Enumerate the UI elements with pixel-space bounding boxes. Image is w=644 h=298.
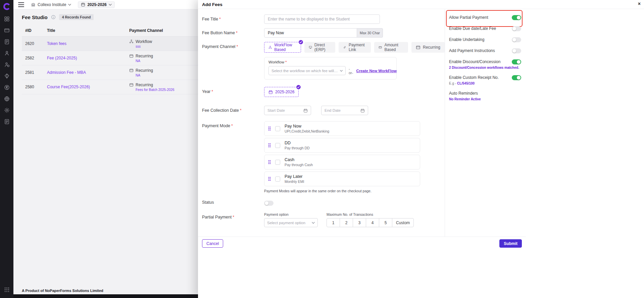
fee-title-label: Fee Title* bbox=[202, 14, 264, 24]
workflow-select[interactable]: Select the workflow on which fee will be… bbox=[268, 66, 346, 75]
year-selector[interactable]: 2025-2026 bbox=[78, 1, 114, 8]
setting-due-date-late-fee: Enable Due date/Late Fee bbox=[449, 26, 521, 32]
mode-checkbox[interactable] bbox=[275, 126, 280, 131]
settings-gear-icon[interactable] bbox=[4, 107, 10, 113]
cancel-button[interactable]: Cancel bbox=[202, 239, 223, 248]
transactions-option-3[interactable]: 3 bbox=[353, 218, 366, 227]
mode-checkbox[interactable] bbox=[275, 177, 280, 182]
setting-payment-instructions: Add Payment Instructions bbox=[449, 48, 521, 54]
fee-title-input[interactable] bbox=[264, 14, 380, 24]
hamburger-menu-icon[interactable] bbox=[18, 2, 24, 7]
calendar-icon bbox=[81, 2, 85, 7]
collexo-logo[interactable] bbox=[3, 2, 11, 11]
kite-icon[interactable] bbox=[4, 73, 10, 79]
channel-type: Recurring bbox=[136, 68, 153, 73]
status-label: Status bbox=[202, 198, 264, 207]
payment-option-select[interactable]: Select payment option bbox=[264, 218, 318, 227]
transactions-option-2[interactable]: 2 bbox=[340, 218, 353, 227]
payment-mode-card: CashPay through Cash bbox=[264, 155, 420, 169]
product-footer-note: A Product of NoPaperForms Solutions Limi… bbox=[22, 289, 103, 293]
submit-button[interactable]: Submit bbox=[499, 239, 522, 248]
fee-id: 2620 bbox=[22, 41, 47, 46]
max-transactions-options: 1 2 3 4 5 Custom bbox=[327, 218, 414, 227]
drawer-header: Add Fees × bbox=[198, 0, 644, 9]
reminder-status: No Reminder Active bbox=[449, 97, 521, 101]
dashboard-icon[interactable] bbox=[4, 16, 10, 22]
fee-title-link[interactable]: Fee (2024-2025) bbox=[47, 56, 77, 60]
or-separator: -or- bbox=[349, 67, 353, 75]
close-icon[interactable]: × bbox=[638, 1, 641, 6]
create-workflow-link[interactable]: Create New WorkFlow bbox=[356, 69, 397, 73]
chevron-down-icon bbox=[312, 222, 315, 224]
fee-title-link[interactable]: Course Fee(2025-2026) bbox=[47, 85, 90, 89]
institute-icon bbox=[31, 2, 36, 7]
student-icon[interactable] bbox=[4, 50, 10, 56]
channel-option-workflow-based[interactable]: WorkFlow Based bbox=[264, 42, 301, 53]
channel-option-payment-link[interactable]: Payment Link bbox=[339, 42, 371, 53]
chevron-down-icon bbox=[340, 70, 343, 72]
status-toggle[interactable] bbox=[264, 201, 274, 206]
drag-handle-icon[interactable] bbox=[268, 126, 271, 131]
fee-button-name-input[interactable] bbox=[264, 28, 357, 38]
transactions-option-1[interactable]: 1 bbox=[327, 218, 340, 227]
counsellor-icon[interactable] bbox=[4, 62, 10, 67]
forms-icon[interactable] bbox=[4, 119, 10, 125]
custom-receipt-toggle[interactable] bbox=[512, 75, 521, 80]
payment-mode-list: Pay NowUPI,Credit,Debit,NetBanking DDPay… bbox=[264, 121, 420, 193]
apps-grid-icon[interactable] bbox=[4, 287, 10, 293]
fee-title-link[interactable]: Admission Fee - MBA bbox=[47, 70, 86, 75]
drag-handle-icon[interactable] bbox=[268, 143, 271, 148]
calendar-icon bbox=[303, 108, 308, 113]
payment-channel-label: Payment Channel* bbox=[202, 42, 264, 53]
erp-icon bbox=[309, 45, 312, 50]
discount-workflows-note: 2 Discount/Concession workflows matched. bbox=[449, 66, 521, 69]
fees-icon[interactable] bbox=[4, 85, 10, 90]
year-chip[interactable]: 2025-2026 bbox=[264, 87, 299, 97]
fee-title-link[interactable]: Token fees bbox=[47, 41, 66, 46]
calendar-icon bbox=[268, 90, 273, 94]
info-icon[interactable] bbox=[51, 15, 56, 19]
transactions-option-custom[interactable]: Custom bbox=[392, 218, 414, 227]
max-transactions-label: Maximum No. of Transactions bbox=[327, 212, 414, 216]
globe-icon[interactable] bbox=[4, 96, 10, 102]
payment-mode-card: DDPay through DD bbox=[264, 138, 420, 153]
sidebar bbox=[0, 0, 13, 298]
drawer-title: Add Fees bbox=[202, 2, 222, 7]
drag-handle-icon[interactable] bbox=[268, 160, 271, 164]
start-date-input[interactable]: Start Date bbox=[264, 106, 311, 115]
recurring-icon bbox=[129, 83, 134, 87]
drag-handle-icon[interactable] bbox=[268, 177, 271, 181]
institute-selector[interactable]: Collexo Institute bbox=[31, 2, 71, 7]
payment-mode-card: Pay NowUPI,Credit,Debit,NetBanking bbox=[264, 121, 420, 136]
transactions-option-5[interactable]: 5 bbox=[379, 218, 392, 227]
records-count-badge: 4 Records Found bbox=[59, 14, 94, 20]
setting-discount-concession: Enable Discount/Concession 2 Discount/Co… bbox=[449, 59, 521, 69]
column-header-title: Title bbox=[47, 28, 129, 33]
payment-instructions-toggle[interactable] bbox=[512, 48, 521, 53]
setting-allow-partial-payment: Allow Partial Payment bbox=[449, 14, 521, 20]
allow-partial-payment-toggle[interactable] bbox=[512, 15, 521, 20]
due-date-late-fee-toggle[interactable] bbox=[512, 26, 521, 31]
enable-undertaking-toggle[interactable] bbox=[512, 37, 521, 42]
channel-option-direct-erp[interactable]: Direct (ERP) bbox=[304, 42, 335, 53]
chevron-down-icon bbox=[68, 4, 71, 6]
mode-checkbox[interactable] bbox=[275, 143, 280, 148]
payment-option-label: Payment option bbox=[264, 212, 318, 216]
column-header-id: #ID bbox=[22, 28, 47, 33]
calendar-icon bbox=[360, 108, 365, 113]
payments-card-icon[interactable] bbox=[4, 28, 10, 33]
discount-concession-toggle[interactable] bbox=[512, 59, 521, 64]
sidebar-nav bbox=[4, 16, 10, 125]
mode-checkbox[interactable] bbox=[275, 160, 280, 165]
app-screen: Collexo Institute 2025-2026 Fee Studio 4… bbox=[0, 0, 644, 298]
end-date-input[interactable]: End Date bbox=[321, 106, 368, 115]
page-title: Fee Studio bbox=[22, 14, 48, 20]
ledger-icon[interactable] bbox=[4, 39, 10, 45]
institute-name: Collexo Institute bbox=[38, 2, 66, 7]
partial-payment-label: Partial Payment* bbox=[202, 212, 264, 227]
channel-option-recurring[interactable]: Recurring bbox=[411, 42, 445, 53]
transactions-option-4[interactable]: 4 bbox=[366, 218, 379, 227]
channel-type: Recurring bbox=[136, 54, 153, 58]
workflow-panel: Workflow* Select the workflow on which f… bbox=[264, 57, 397, 80]
channel-option-amount-based[interactable]: Amount Based bbox=[374, 42, 408, 53]
